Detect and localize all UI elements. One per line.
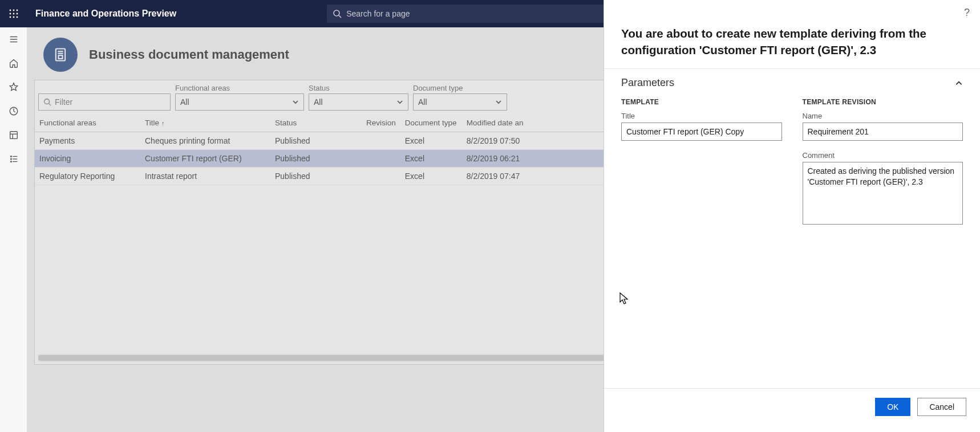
- cell-revision: [362, 132, 400, 150]
- cell-status: Published: [270, 168, 362, 185]
- nav-hamburger-icon[interactable]: [0, 27, 27, 51]
- svg-point-4: [13, 13, 15, 15]
- cell-status: Published: [270, 150, 362, 168]
- col-functional-areas[interactable]: Functional areas: [35, 114, 140, 132]
- svg-point-9: [334, 10, 339, 16]
- filter-value: All: [180, 97, 189, 107]
- svg-point-5: [17, 13, 18, 15]
- cell-functional-area: Payments: [35, 132, 140, 150]
- title-input[interactable]: [621, 123, 782, 141]
- comment-label: Comment: [803, 151, 963, 160]
- chevron-down-icon: [292, 99, 299, 105]
- chevron-up-icon: [955, 79, 963, 87]
- name-input[interactable]: [803, 123, 963, 141]
- filter-status: Status All: [309, 84, 408, 111]
- name-label: Name: [803, 112, 963, 120]
- mouse-cursor-icon: [619, 292, 630, 305]
- svg-point-2: [17, 10, 18, 11]
- cell-title: Customer FTI report (GER): [140, 150, 270, 168]
- nav-recent-icon[interactable]: [0, 99, 27, 123]
- svg-rect-25: [59, 55, 63, 59]
- cell-doctype: Excel: [400, 150, 462, 168]
- svg-point-8: [17, 17, 18, 18]
- parameters-body: TEMPLATE Title TEMPLATE REVISION Name Co…: [604, 95, 980, 237]
- cell-title: Cheques printing format: [140, 132, 270, 150]
- parameters-label: Parameters: [621, 77, 674, 89]
- cell-revision: [362, 150, 400, 168]
- filter-icon: [43, 98, 51, 106]
- template-column: TEMPLATE Title: [621, 98, 782, 237]
- filter-functional-areas-select[interactable]: All: [175, 93, 304, 111]
- cell-functional-area: Regulatory Reporting: [35, 168, 140, 185]
- svg-point-28: [44, 99, 50, 104]
- svg-line-29: [49, 104, 51, 106]
- filter-label: Functional areas: [175, 84, 304, 92]
- col-revision[interactable]: Revision: [362, 114, 400, 132]
- filter-input[interactable]: Filter: [38, 93, 171, 111]
- filter-status-select[interactable]: All: [309, 93, 408, 111]
- chevron-down-icon: [396, 99, 403, 105]
- svg-point-20: [10, 158, 11, 160]
- app-launcher-icon[interactable]: [0, 0, 27, 27]
- search-placeholder: Search for a page: [346, 9, 410, 18]
- panel-footer: OK Cancel: [604, 388, 980, 432]
- svg-point-22: [10, 161, 11, 162]
- filter-document-type-select[interactable]: All: [413, 93, 507, 111]
- help-icon[interactable]: ?: [964, 7, 970, 19]
- create-template-panel: ? You are about to create new template d…: [604, 0, 980, 432]
- filter-value: All: [418, 97, 427, 107]
- comment-textarea[interactable]: [803, 162, 963, 225]
- nav-home-icon[interactable]: [0, 51, 27, 75]
- nav-workspaces-icon[interactable]: [0, 123, 27, 147]
- filter-document-type: Document type All: [413, 84, 507, 111]
- nav-favorites-icon[interactable]: [0, 75, 27, 99]
- filter-label: Document type: [413, 84, 507, 92]
- filter-value: All: [314, 97, 323, 107]
- page-icon: [43, 38, 78, 72]
- app-title: Finance and Operations Preview: [27, 9, 184, 19]
- cancel-button[interactable]: Cancel: [917, 398, 966, 416]
- revision-section-label: TEMPLATE REVISION: [803, 98, 963, 106]
- col-title[interactable]: Title↑: [140, 114, 270, 132]
- svg-point-0: [10, 10, 11, 11]
- cell-revision: [362, 168, 400, 185]
- global-search[interactable]: Search for a page: [327, 5, 635, 23]
- col-status[interactable]: Status: [270, 114, 362, 132]
- cell-doctype: Excel: [400, 168, 462, 185]
- search-icon: [333, 9, 342, 18]
- col-document-type[interactable]: Document type: [400, 114, 462, 132]
- svg-point-18: [10, 156, 11, 157]
- cell-doctype: Excel: [400, 132, 462, 150]
- filter-label: Status: [309, 84, 408, 92]
- revision-column: TEMPLATE REVISION Name Comment: [803, 98, 963, 237]
- chevron-down-icon: [495, 99, 502, 105]
- parameters-header[interactable]: Parameters: [604, 69, 980, 95]
- sort-ascending-icon: ↑: [161, 120, 165, 127]
- left-nav-rail: [0, 27, 27, 432]
- panel-heading: You are about to create new template der…: [604, 0, 980, 69]
- nav-modules-icon[interactable]: [0, 147, 27, 171]
- title-label: Title: [621, 112, 782, 120]
- cell-title: Intrastat report: [140, 168, 270, 185]
- svg-point-7: [13, 17, 15, 18]
- ok-button[interactable]: OK: [875, 398, 910, 416]
- cell-functional-area: Invoicing: [35, 150, 140, 168]
- filter-placeholder: Filter: [55, 97, 72, 107]
- svg-point-6: [10, 17, 11, 18]
- svg-point-1: [13, 10, 15, 11]
- svg-rect-15: [10, 132, 17, 139]
- template-section-label: TEMPLATE: [621, 98, 782, 106]
- cell-status: Published: [270, 132, 362, 150]
- filter-functional-areas: Functional areas All: [175, 84, 304, 111]
- page-title: Business document management: [89, 47, 289, 62]
- svg-line-10: [339, 15, 341, 18]
- svg-point-3: [10, 13, 11, 15]
